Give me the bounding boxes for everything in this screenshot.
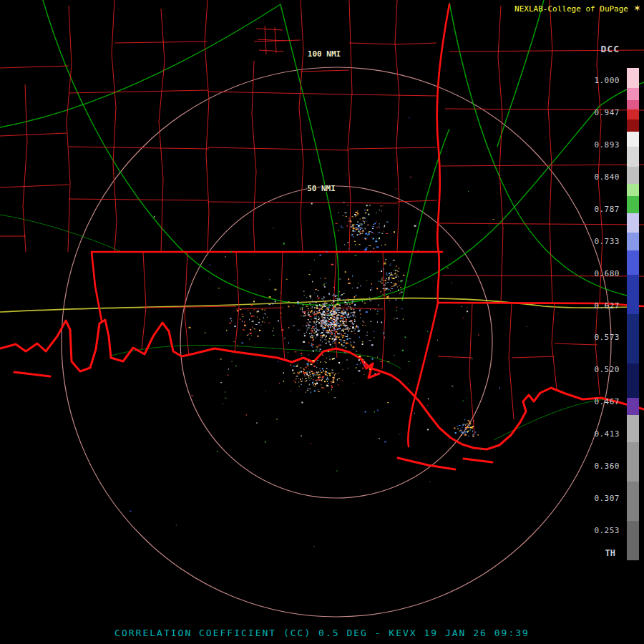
legend-tick-label: 0.253: [594, 526, 620, 535]
legend-tick-label: 0.680: [594, 269, 620, 278]
legend-tick-label: 0.840: [594, 172, 620, 182]
legend-tick-label: 0.627: [594, 301, 620, 311]
legend-tick-label: 0.947: [594, 108, 620, 117]
county-boundary-lines: [0, 0, 644, 435]
colorbar-threshold-label: TH: [605, 548, 615, 558]
radar-map: [0, 0, 644, 644]
radar-display: 100 NMI 50 NMI NEXLAB-College of DuPage …: [0, 0, 644, 644]
legend-tick-label: 0.360: [594, 462, 620, 471]
legend-tick-label: 0.413: [594, 429, 620, 439]
range-ring-label-50: 50 NMI: [307, 184, 336, 193]
legend-tick-label: 0.573: [594, 333, 620, 342]
legend-tick-label: 0.787: [594, 205, 620, 214]
product-code-label: DCC: [601, 44, 620, 54]
colorbar: [627, 68, 639, 560]
legend-tick-label: 0.893: [594, 140, 620, 150]
legend-tick-label: 1.000: [594, 76, 620, 85]
legend-tick-label: 0.467: [594, 397, 620, 406]
range-ring-label-100: 100 NMI: [308, 49, 341, 59]
legend-tick-label: 0.520: [594, 365, 620, 374]
range-ring-50nmi: [180, 186, 492, 498]
attribution-text: NEXLAB-College of DuPage: [514, 4, 628, 14]
cod-logo-icon: ✶: [633, 3, 641, 14]
highway-lines: [0, 0, 644, 440]
legend-tick-label: 0.307: [594, 494, 620, 503]
radar-echoes: [130, 117, 570, 547]
product-title: CORRELATION COEFFICIENT (CC) 0.5 DEG - K…: [0, 628, 644, 638]
legend-tick-label: 0.733: [594, 237, 620, 246]
